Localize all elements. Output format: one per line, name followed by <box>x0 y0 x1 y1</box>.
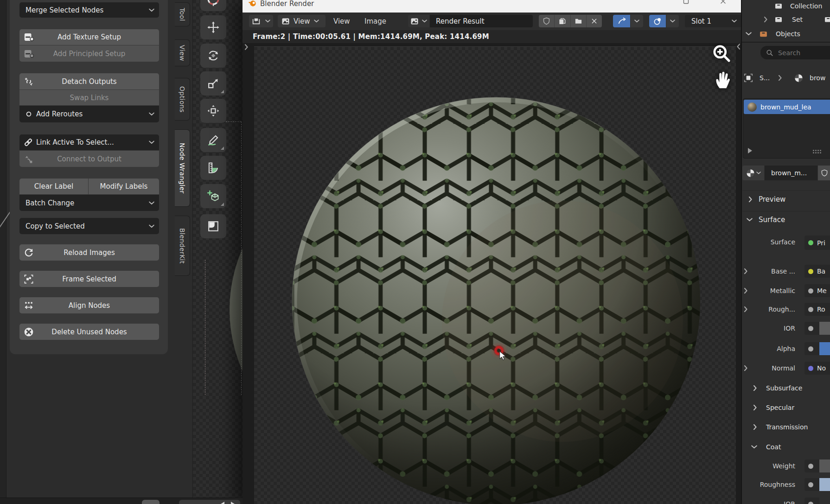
clear-label-button[interactable]: Clear Label <box>19 179 88 194</box>
window-maximize-icon[interactable] <box>683 0 689 4</box>
menu-image[interactable]: Image <box>364 15 386 27</box>
batch-change-dropdown[interactable]: Batch Change <box>19 195 159 211</box>
render-slot-dropdown[interactable]: Slot 1 <box>685 15 741 27</box>
frame-next-icon[interactable] <box>231 502 235 504</box>
tool-add-cube-button[interactable] <box>200 184 226 208</box>
sidebar-tab-node-wrangler[interactable]: Node Wrangler <box>175 129 190 207</box>
subtool-indicator <box>221 203 224 206</box>
tool-measure-button[interactable] <box>200 156 226 180</box>
window-titlebar[interactable]: Blender Render <box>243 0 742 13</box>
preview-panel-header[interactable]: Preview <box>742 190 830 208</box>
add-reroutes-label: Add Reroutes <box>36 110 83 118</box>
delete-circle-x-icon <box>24 327 34 337</box>
new-image-button[interactable] <box>554 15 570 27</box>
chevron-right-icon[interactable] <box>744 288 748 294</box>
unlink-image-button[interactable] <box>586 15 602 27</box>
image-editor-header: View View Image Render Result <box>243 13 742 31</box>
image-name-field[interactable]: Render Result <box>430 15 533 27</box>
base-color-value[interactable]: Ba <box>804 265 830 278</box>
frame-prev-icon[interactable] <box>221 502 224 504</box>
list-expand-arrow[interactable] <box>748 148 752 153</box>
tool-corner-button[interactable] <box>200 214 226 238</box>
browse-material-button[interactable] <box>742 166 764 180</box>
outliner-row-collection[interactable]: Collection <box>742 0 830 12</box>
modify-labels-button[interactable]: Modify Labels <box>89 179 159 194</box>
alpha-slider[interactable] <box>819 342 830 355</box>
coat-subpanel-header[interactable]: Coat <box>742 440 830 453</box>
properties-search-field[interactable] <box>760 46 830 59</box>
surface-shader-value[interactable]: Pri <box>804 236 830 250</box>
tool-move-button[interactable] <box>200 15 226 39</box>
link-active-to-selected-dropdown[interactable]: Link Active To Select... <box>19 134 159 150</box>
delete-unused-nodes-button[interactable]: Delete Unused Nodes <box>19 324 159 340</box>
view-transform-dropdown[interactable] <box>631 15 643 27</box>
open-image-button[interactable] <box>570 15 586 27</box>
material-name-field[interactable]: brown_m... <box>765 166 817 180</box>
normal-value[interactable]: No <box>804 362 830 375</box>
pan-hand-icon[interactable] <box>714 70 732 90</box>
material-fake-user-button[interactable] <box>818 166 830 180</box>
editor-mode-dropdown[interactable]: View <box>278 15 326 27</box>
view-transform-toggle[interactable] <box>613 15 630 27</box>
collapse-right-arrow-icon[interactable] <box>244 44 249 50</box>
menu-view-label: View <box>333 17 350 26</box>
surface-panel-label: Surface <box>759 216 785 224</box>
alpha-socket-chip[interactable] <box>804 342 819 355</box>
list-resize-grip[interactable] <box>813 150 822 154</box>
tool-3d-cursor-button[interactable] <box>200 0 226 11</box>
add-texture-setup-button[interactable]: Add Texture Setup <box>19 29 159 45</box>
tool-rotate-button[interactable] <box>200 44 226 68</box>
collapse-left-arrow-icon[interactable] <box>736 44 741 50</box>
merge-selected-nodes-dropdown[interactable]: Merge Selected Nodes <box>19 2 159 18</box>
align-nodes-button[interactable]: Align Nodes <box>19 297 159 313</box>
reload-images-button[interactable]: Reload Images <box>19 244 159 261</box>
partial-button[interactable] <box>142 500 160 504</box>
chevron-right-icon[interactable] <box>744 365 748 371</box>
coat-roughness-socket-chip[interactable] <box>804 478 819 491</box>
sidebar-tab-view[interactable]: View <box>175 39 190 66</box>
add-reroutes-dropdown[interactable]: Add Reroutes <box>19 106 159 122</box>
transmission-label: Transmission <box>766 423 808 431</box>
chevron-right-icon[interactable] <box>744 268 748 274</box>
frame-selected-button[interactable]: Frame Selected <box>19 271 159 287</box>
zoom-magnifier-icon[interactable] <box>712 44 731 63</box>
coat-weight-slider[interactable] <box>819 459 830 472</box>
copy-to-selected-dropdown[interactable]: Copy to Selected <box>19 218 159 234</box>
roughness-value[interactable]: Ro <box>804 303 830 316</box>
detach-outputs-button[interactable]: Detach Outputs <box>19 73 159 89</box>
menu-view[interactable]: View <box>333 15 350 27</box>
subsurface-subpanel-header[interactable]: Subsurface <box>742 382 830 395</box>
tool-transform-button[interactable] <box>200 99 226 123</box>
material-slot-selected[interactable]: brown_mud_lea <box>744 100 830 114</box>
display-channels-dropdown[interactable] <box>666 15 679 27</box>
render-canvas[interactable] <box>243 43 742 504</box>
ior-slider[interactable] <box>819 322 830 335</box>
browse-image-dropdown[interactable] <box>408 15 429 27</box>
outliner-row-objects[interactable]: Objects <box>742 27 830 41</box>
editor-type-dropdown[interactable] <box>249 15 273 27</box>
specular-subpanel-header[interactable]: Specular <box>742 401 830 414</box>
playback-controls-partial[interactable] <box>179 500 240 504</box>
sidebar-tab-options[interactable]: Options <box>175 78 190 121</box>
ior-socket-chip[interactable] <box>804 322 819 335</box>
tool-scale-button[interactable] <box>200 71 226 96</box>
breadcrumb-material-label[interactable]: brow <box>810 74 825 82</box>
display-channels-toggle[interactable] <box>649 15 666 27</box>
coat-ior-socket-chip[interactable] <box>804 498 819 504</box>
surface-panel-header[interactable]: Surface <box>742 211 830 228</box>
transmission-subpanel-header[interactable]: Transmission <box>742 421 830 434</box>
window-close-icon[interactable] <box>720 0 726 4</box>
reroute-dot-icon <box>25 110 33 118</box>
chevron-right-icon[interactable] <box>744 306 748 313</box>
coat-weight-socket-chip[interactable] <box>804 459 819 472</box>
fake-user-shield-button[interactable] <box>539 15 554 27</box>
metallic-value[interactable]: Me <box>804 284 830 297</box>
tool-annotate-button[interactable] <box>200 128 226 152</box>
breadcrumb-object-label[interactable]: S... <box>760 74 770 82</box>
search-input[interactable] <box>777 49 825 57</box>
outliner-row-set[interactable]: Set <box>742 13 830 26</box>
sidebar-tab-blenderkit[interactable]: BlenderKit <box>175 216 190 276</box>
coat-roughness-slider[interactable] <box>819 478 830 491</box>
chevron-down-icon <box>314 19 319 23</box>
sidebar-tab-tool[interactable]: Tool <box>175 2 190 26</box>
